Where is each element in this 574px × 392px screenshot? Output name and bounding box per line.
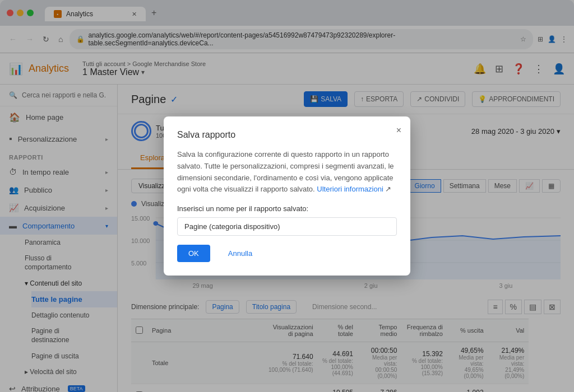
dialog-input-label: Inserisci un nome per il rapporto salvat…	[177, 204, 397, 213]
cancel-button[interactable]: Annulla	[217, 245, 263, 262]
dialog-title: Salva rapporto	[177, 130, 397, 140]
save-report-dialog: Salva rapporto × Salva la configurazione…	[164, 116, 410, 276]
dialog-learn-more-link[interactable]: Ulteriori informazioni	[317, 185, 383, 193]
dialog-body: Salva la configurazione corrente di ques…	[177, 149, 397, 195]
dialog-close-button[interactable]: ×	[396, 125, 401, 136]
dialog-overlay: Salva rapporto × Salva la configurazione…	[0, 0, 574, 392]
external-link-icon: ↗	[385, 185, 391, 193]
dialog-actions: OK Annulla	[177, 245, 397, 262]
report-name-input[interactable]	[177, 217, 397, 236]
ok-button[interactable]: OK	[177, 245, 210, 262]
